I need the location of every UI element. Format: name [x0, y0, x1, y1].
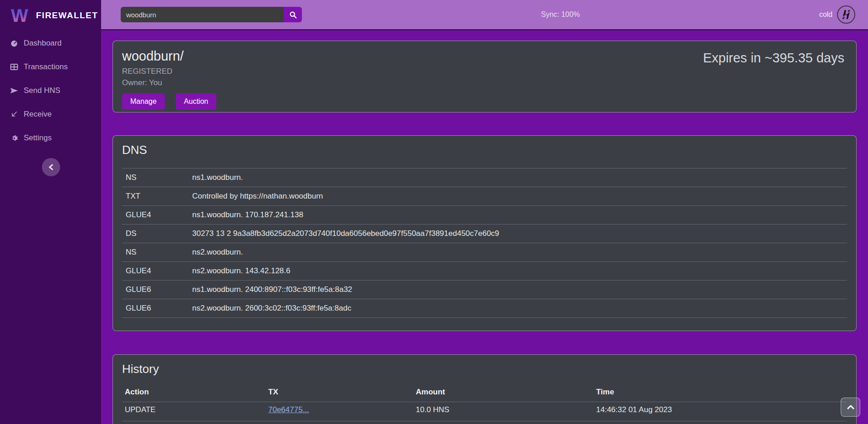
sidebar-item-dashboard[interactable]: Dashboard [0, 31, 101, 55]
gear-icon [9, 134, 19, 142]
dns-record-row: NS ns2.woodburn. [122, 243, 847, 262]
sidebar-item-label: Send HNS [24, 86, 60, 95]
sidebar-item-label: Settings [24, 133, 51, 143]
search-button[interactable] [284, 7, 302, 22]
history-amount: 10.0 HNS [413, 421, 593, 424]
dns-record-value: Controlled by https://nathan.woodburn [189, 187, 847, 206]
history-card: History Action TX Amount Time UPDATE 70e… [112, 354, 857, 424]
dns-record-type: TXT [122, 187, 189, 206]
dns-record-value: ns2.woodburn. 2600:3c02::f03c:93ff:fe5a:… [189, 299, 847, 318]
receive-arrow-icon [9, 110, 19, 118]
sidebar-item-settings[interactable]: Settings [0, 126, 101, 150]
history-title: History [122, 362, 847, 376]
firewallet-logo-icon: W [9, 5, 30, 26]
dns-record-row: DS 30273 13 2 9a3a8fb3d625d2a2073d740f10… [122, 225, 847, 243]
svg-text:W: W [11, 5, 28, 26]
history-action: UPDATE [122, 402, 266, 421]
wallet-status-group: cold [819, 0, 855, 29]
domain-card: woodburn/ REGISTERED Owner: You Manage A… [112, 41, 857, 112]
dns-record-row: GLUE6 ns1.woodburn. 2400:8907::f03c:93ff… [122, 281, 847, 299]
app-name: FIREWALLET [36, 10, 98, 20]
dns-record-type: NS [122, 243, 189, 262]
handshake-logo-icon[interactable] [837, 5, 855, 24]
dns-record-value: 30273 13 2 9a3a8fb3d625d2a2073d740f10da6… [189, 225, 847, 243]
chevron-left-icon [48, 164, 54, 170]
history-col-time: Time [593, 383, 847, 402]
dns-record-type: DS [122, 225, 189, 243]
dns-record-row: GLUE4 ns2.woodburn. 143.42.128.6 [122, 262, 847, 281]
history-table: Action TX Amount Time UPDATE 70e64775...… [122, 383, 847, 424]
dns-table: NS ns1.woodburn. TXT Controlled by https… [122, 168, 847, 318]
dns-record-row: GLUE4 ns1.woodburn. 170.187.241.138 [122, 206, 847, 225]
search-group [121, 7, 302, 22]
dns-record-row: GLUE6 ns2.woodburn. 2600:3c02::f03c:93ff… [122, 299, 847, 318]
app-logo[interactable]: W FIREWALLET [0, 0, 101, 31]
sidebar-item-label: Dashboard [24, 39, 61, 48]
sidebar: W FIREWALLET Dashboard Transactions [0, 0, 101, 424]
dns-record-type: GLUE4 [122, 206, 189, 225]
search-input[interactable] [121, 7, 284, 22]
dns-record-type: GLUE6 [122, 299, 189, 318]
sync-status: Sync: 100% [541, 0, 580, 29]
table-icon [9, 63, 19, 71]
dns-record-row: TXT Controlled by https://nathan.woodbur… [122, 187, 847, 206]
wallet-mode-label: cold [819, 10, 832, 19]
dns-record-type: GLUE6 [122, 281, 189, 299]
sidebar-nav: Dashboard Transactions Send HNS [0, 31, 101, 150]
dns-record-value: ns2.woodburn. 143.42.128.6 [189, 262, 847, 281]
sidebar-item-label: Receive [24, 110, 51, 119]
sidebar-item-transactions[interactable]: Transactions [0, 55, 101, 79]
main-content: woodburn/ REGISTERED Owner: You Manage A… [101, 31, 868, 424]
dns-record-value: ns1.woodburn. [189, 169, 847, 187]
search-icon [289, 11, 297, 19]
scroll-top-button[interactable] [841, 398, 860, 417]
history-time: 15:45:36 07 Jul 2023 [593, 421, 847, 424]
sidebar-item-send-hns[interactable]: Send HNS [0, 79, 101, 102]
history-amount: 10.0 HNS [413, 402, 593, 421]
domain-owner: Owner: You [122, 78, 844, 87]
dns-title: DNS [122, 143, 847, 157]
tx-link[interactable]: 70e64775... [268, 405, 309, 414]
dns-record-type: GLUE4 [122, 262, 189, 281]
history-col-amount: Amount [413, 383, 593, 402]
history-action: RENEW [122, 421, 266, 424]
sidebar-item-receive[interactable]: Receive [0, 102, 101, 126]
send-icon [9, 87, 19, 95]
topbar: Sync: 100% cold [101, 0, 868, 31]
dns-record-row: NS ns1.woodburn. [122, 169, 847, 187]
history-time: 14:46:32 01 Aug 2023 [593, 402, 847, 421]
chevron-up-icon [847, 405, 854, 409]
manage-button[interactable]: Manage [122, 93, 165, 110]
dns-card: DNS NS ns1.woodburn. TXT Controlled by h… [112, 135, 857, 331]
history-col-action: Action [122, 383, 266, 402]
sidebar-collapse-button[interactable] [42, 158, 60, 176]
dns-record-value: ns1.woodburn. 2400:8907::f03c:93ff:fe5a:… [189, 281, 847, 299]
speedometer-icon [9, 39, 19, 47]
domain-status: REGISTERED [122, 67, 844, 76]
table-row: UPDATE 70e64775... 10.0 HNS 14:46:32 01 … [122, 402, 847, 421]
dns-record-value: ns1.woodburn. 170.187.241.138 [189, 206, 847, 225]
dns-record-type: NS [122, 169, 189, 187]
expires-label: Expires in ~395.35 days [703, 51, 844, 66]
table-row: RENEW 472bd8a6... 10.0 HNS 15:45:36 07 J… [122, 421, 847, 424]
auction-button[interactable]: Auction [176, 93, 216, 110]
history-header-row: Action TX Amount Time [122, 383, 847, 402]
dns-record-value: ns2.woodburn. [189, 243, 847, 262]
sidebar-item-label: Transactions [24, 62, 68, 72]
history-col-tx: TX [266, 383, 413, 402]
